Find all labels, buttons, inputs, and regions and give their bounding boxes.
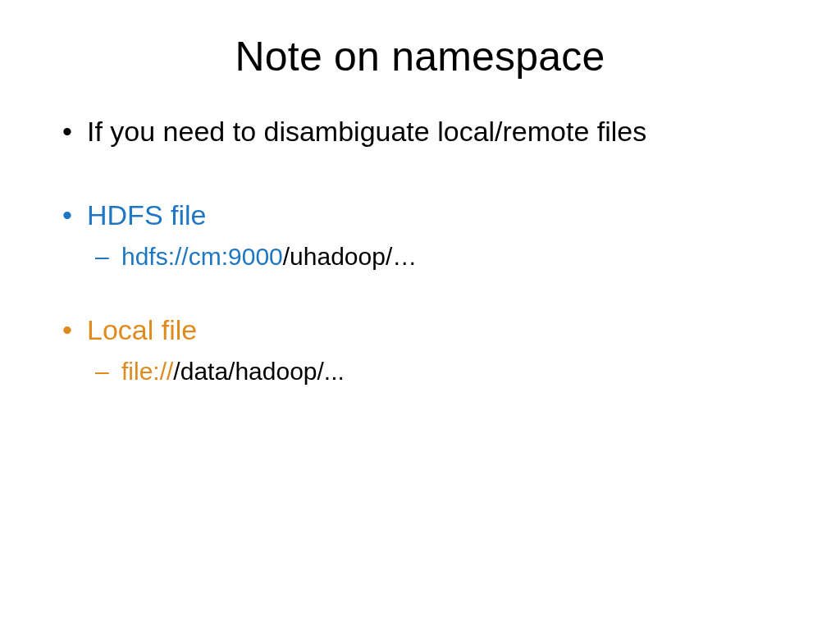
local-label: Local file	[87, 314, 197, 345]
bullet-disambiguate: If you need to disambiguate local/remote…	[57, 113, 783, 151]
hdfs-label: HDFS file	[87, 199, 206, 231]
hdfs-path: /uhadoop/…	[283, 243, 417, 270]
bullet-local: Local file file:///data/hadoop/...	[57, 312, 783, 389]
local-path: /data/hadoop/...	[173, 358, 345, 385]
hdfs-example: hdfs://cm:9000/uhadoop/…	[87, 240, 783, 274]
bullet-hdfs: HDFS file hdfs://cm:9000/uhadoop/…	[57, 197, 783, 274]
local-sublist: file:///data/hadoop/...	[87, 354, 783, 389]
local-example: file:///data/hadoop/...	[87, 354, 783, 389]
spacer	[57, 282, 783, 312]
slide-title: Note on namespace	[57, 33, 783, 80]
bullet-list: If you need to disambiguate local/remote…	[57, 113, 783, 389]
slide: Note on namespace If you need to disambi…	[0, 0, 840, 630]
hdfs-prefix: hdfs://cm:9000	[121, 243, 283, 270]
local-prefix: file://	[121, 358, 173, 385]
spacer	[57, 159, 783, 197]
hdfs-sublist: hdfs://cm:9000/uhadoop/…	[87, 240, 783, 274]
bullet-text: If you need to disambiguate local/remote…	[87, 116, 646, 147]
